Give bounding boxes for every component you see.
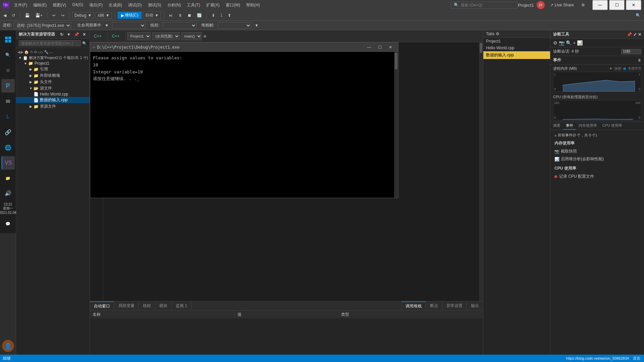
menu-build[interactable]: 生成(B) [106, 2, 125, 9]
nav-back[interactable]: ◀ [17, 50, 20, 54]
debug-mode-dropdown[interactable]: Debug ▼ [72, 12, 94, 19]
tabs-data-input[interactable]: 数据的输入.cpp [483, 51, 550, 59]
menu-window[interactable]: 窗口(W) [223, 2, 243, 9]
menu-debug[interactable]: 调试(D) [125, 2, 145, 9]
live-share-button[interactable]: ↗ Live Share [547, 2, 577, 8]
editor-tab-project[interactable]: C++ [90, 30, 108, 42]
project-nav-dropdown[interactable]: Project1 [127, 32, 151, 40]
auto-window-tab[interactable]: 自动窗口 [90, 301, 114, 310]
diag-tab-cpu[interactable]: CPU 使用率 [600, 122, 625, 130]
console-minimize-btn[interactable]: — [364, 44, 374, 51]
menu-file[interactable]: 文件(F) [11, 2, 30, 9]
nav-forward[interactable]: ▶ [21, 50, 23, 54]
close-button[interactable]: ✕ [626, 0, 641, 10]
taskbar-notification[interactable]: 💬 [1, 217, 15, 231]
menu-test[interactable]: 测试(S) [145, 2, 164, 9]
diag-settings-icon[interactable]: ⚙ [553, 40, 557, 46]
menu-edit[interactable]: 编辑(E) [31, 2, 49, 9]
platform-dropdown[interactable]: x86 ▼ [95, 12, 112, 19]
wrench-icon[interactable]: 🔧 [44, 50, 49, 54]
settings-icon[interactable]: ⚙ [579, 3, 587, 7]
taskbar-app4[interactable]: 🔗 [1, 125, 15, 139]
taskbar-search-icon[interactable]: 🔍 [1, 48, 15, 62]
references-node[interactable]: ▶ 📁 引用 [16, 66, 90, 72]
debug-stop[interactable]: ⏹ [185, 12, 194, 18]
project-node[interactable]: ▼ 📁 Project1 [16, 61, 90, 66]
process-dropdown[interactable]: 进程: [16752] Project1.exe [14, 22, 71, 29]
time-display[interactable]: 13:21 星期一 2021.02.08 [0, 201, 17, 216]
solution-search-input[interactable] [19, 40, 81, 46]
code-icon[interactable]: </> [38, 50, 43, 54]
header-files-node[interactable]: ▶ 📁 头文件 [16, 79, 90, 85]
refresh-btn[interactable]: ↺ [10, 12, 17, 18]
stack-dropdown[interactable] [218, 22, 251, 29]
editor-scrollbar[interactable] [479, 42, 483, 301]
diag-tab-memory[interactable]: 内存使用率 [576, 122, 600, 130]
undo-btn[interactable]: ↩ [50, 12, 58, 18]
thread-dropdown[interactable] [163, 22, 197, 29]
continue-button[interactable]: ▶ 继续(C) [118, 12, 142, 19]
breakpoints-tab[interactable]: 断点 [426, 302, 442, 310]
console-scrollbar-track[interactable] [394, 52, 398, 198]
redo-btn[interactable]: ↪ [59, 12, 66, 18]
sync-icon[interactable]: ↻ [59, 32, 64, 37]
back-btn[interactable]: ◀ [1, 12, 8, 18]
menu-analyze[interactable]: 分析(N) [165, 2, 184, 9]
taskbar-volume[interactable]: 🔊 [1, 186, 15, 200]
find-btn[interactable]: 🔍 [634, 12, 643, 18]
pin-icon[interactable]: 📌 [73, 32, 80, 37]
source-files-node[interactable]: ▼ 📂 源文件 [16, 85, 90, 92]
taskbar-app2[interactable]: ✉ [1, 95, 15, 108]
console-close-btn[interactable]: ✕ [385, 44, 395, 51]
auto-dropdown[interactable]: 自动 ▼ [143, 11, 161, 19]
menu-help[interactable]: 帮助(H) [244, 2, 263, 9]
save-all-btn[interactable]: 💾+ [33, 12, 45, 18]
modules-tab[interactable]: 模块 [155, 302, 172, 310]
editor-scroll-thumb[interactable] [480, 43, 482, 53]
maximize-button[interactable]: ☐ [609, 0, 625, 10]
dash-icon[interactable]: — [49, 50, 53, 54]
filter-icon[interactable]: ▼ [66, 32, 72, 37]
diag-close-icon[interactable]: ✕ [638, 32, 641, 37]
exception-settings-tab[interactable]: 异常设置 [442, 302, 467, 310]
data-input-node[interactable]: 📄 数据的输入.cpp [16, 97, 90, 103]
search-box[interactable]: 🔍 搜索 (Ctrl+Q) [451, 2, 518, 9]
tabs-hello-world[interactable]: Hello World.cpp [483, 45, 550, 51]
threads-tab[interactable]: 线程 [139, 302, 155, 310]
stack-expand[interactable]: ▼ [255, 23, 259, 28]
hello-world-node[interactable]: 📄 Hello World.cpp [16, 92, 90, 97]
taskbar-app5[interactable]: 🌐 [1, 141, 15, 154]
menu-extensions[interactable]: 扩展(X) [204, 2, 222, 9]
save-btn[interactable]: 💾 [23, 12, 32, 18]
tabs-project[interactable]: Project1 [483, 38, 550, 45]
menu-git[interactable]: Git(G) [69, 2, 86, 9]
diag-plus-icon[interactable]: + [573, 40, 576, 46]
lifecycle-dropdown[interactable] [112, 22, 146, 29]
function-nav-dropdown[interactable]: main() [181, 32, 202, 40]
tabs-settings-icon[interactable]: ⚙ [496, 32, 499, 36]
editor-tab-hello[interactable]: C++ [108, 30, 126, 42]
output-tab[interactable]: 输出 [467, 302, 483, 310]
taskbar-task-view[interactable]: ⊟ [1, 64, 15, 77]
filter2-icon[interactable]: ⚙ [34, 50, 37, 54]
step-over-btn[interactable]: ⤵ [218, 12, 224, 18]
diag-pin-icon[interactable]: 📌 [627, 32, 632, 37]
taskbar-app1[interactable]: P [1, 79, 15, 93]
start-button[interactable] [1, 33, 15, 46]
diag-search-icon[interactable]: 🔍 [566, 40, 572, 46]
solution-search-box[interactable]: 🔍 [16, 39, 90, 48]
menu-view[interactable]: 视图(V) [50, 2, 69, 9]
minimize-button[interactable]: — [592, 0, 608, 10]
nav-home[interactable]: 🏠 [24, 50, 29, 54]
external-deps-node[interactable]: ▶ 📁 外部依赖项 [16, 72, 90, 79]
call-stack-tab[interactable]: 调用堆栈 [401, 301, 426, 310]
cpu-record-btn[interactable]: 记录 CPU 配置文件 [554, 173, 640, 180]
user-icon[interactable]: 👤 [2, 340, 14, 352]
diag-expand-icon[interactable]: ⤢ [633, 32, 637, 37]
watch1-tab[interactable]: 监视 1 [172, 302, 192, 310]
sync2-icon[interactable]: ↻ [30, 50, 33, 54]
time-input[interactable] [621, 49, 641, 54]
nav-expand-btn[interactable]: ≡ [203, 34, 206, 39]
status-url[interactable]: https://blog.csdn.net/weixin_50662834 [566, 356, 629, 360]
console-scroll-thumb[interactable] [395, 53, 397, 69]
